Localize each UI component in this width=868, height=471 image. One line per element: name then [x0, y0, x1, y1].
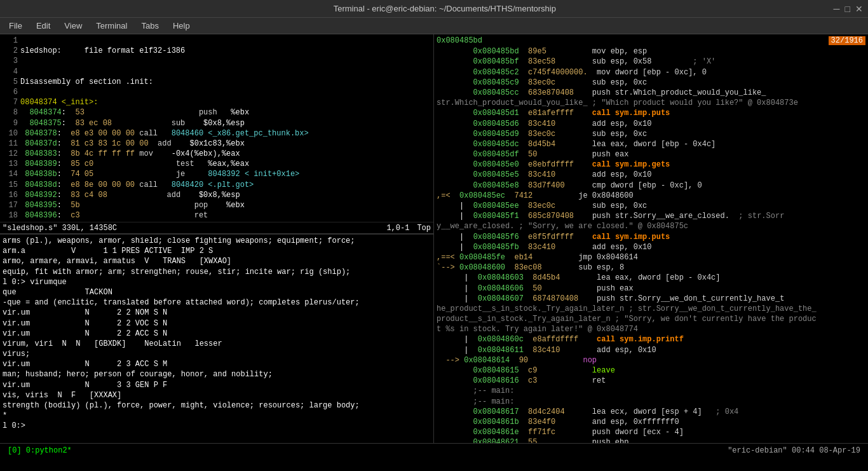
r-line-37: 0x0804861b 83e4f0 and esp, 0xfffffff0 [437, 417, 865, 427]
asm-line-12: 12 8048383: 8b 4c ff ff ff mov -0x4(%ebx… [3, 149, 431, 159]
r-line-23: | 0x08048603 8d45b4 lea eax, dword [ebp … [437, 273, 865, 283]
r-line-34: ;-- main: [437, 386, 865, 396]
asm-line-2: 2sledshop: file format elf32-i386 [3, 46, 431, 56]
bottom-pane[interactable]: arms (pl.), weapons, armor, shield; clos… [0, 233, 433, 443]
r-line-6: str.Which_product_would_you_like_ ; "Whi… [437, 98, 865, 108]
left-status-pos: 1,0-1 [386, 224, 409, 233]
r-line-19: | 0x080485f6 e8f5fdffff call sym.imp.put… [437, 232, 865, 242]
dict-line-11: virum, viri N N [GBXDK] NeoLatin lesser [3, 339, 431, 349]
minimize-button[interactable]: ─ [834, 4, 840, 14]
dict-line-3: armo, armare, armavi, armatus V TRANS [X… [3, 256, 431, 266]
r-line-9: 0x080485d9 83ec0c sub esp, 0xc [437, 129, 865, 139]
asm-line-17: 17 8048395: 5b pop %ebx [3, 200, 431, 210]
asm-line-1: 1 [3, 36, 431, 46]
left-pane: 1 2sledshop: file format elf32-i386 3 4 … [0, 34, 434, 443]
r-line-4: 0x080485c9 83ec0c sub esp, 0xc [437, 78, 865, 88]
dict-line-1: arms (pl.), weapons, armor, shield; clos… [3, 236, 431, 246]
r-line-8: 0x080485d6 83c410 add esp, 0x10 [437, 119, 865, 129]
asm-line-13: 13 8048389: 85 c0 test %eax,%eax [3, 159, 431, 169]
dict-line-7: -que = and (enclitic, translated before … [3, 297, 431, 308]
tab-session-info: "eric-debian" 00:44 08-Apr-19 [722, 445, 865, 456]
right-addr-col: 0x080485bd [437, 36, 482, 46]
r-line-33: 0x08048616 c3 ret [437, 376, 865, 386]
dict-line-13: vir.um N 2 3 ACC S M [3, 359, 431, 369]
r-line-5: 0x080485cc 683e870408 push str.Which_pro… [437, 88, 865, 98]
r-line-27: product__s_in_stock._Try_again_later_n ;… [437, 314, 865, 324]
dict-line-8: vir.um N 2 2 NOM S N [3, 308, 431, 318]
asm-line-10: 10 8048378: e8 e3 00 00 00 call 8048460 … [3, 128, 431, 139]
asm-line-15: 15 804838d: e8 8e 00 00 00 call 8048420 … [3, 180, 431, 190]
r-line-22: `--> 0x08048600 83ec08 sub esp, 8 [437, 263, 865, 273]
r-line-18: y__we_are_closed. ; "Sorry, we are close… [437, 221, 865, 231]
r-line-29: | 0x0804860c e8affdffff call sym.imp.pri… [437, 334, 865, 345]
titlebar-title: Terminal - eric@eric-debian: ~/Documents… [56, 4, 834, 13]
left-status-top: Top [417, 224, 431, 233]
close-button[interactable]: ✕ [855, 4, 863, 14]
dict-line-2: arm.a V 1 1 PRES ACTIVE IMP 2 S [3, 246, 431, 256]
right-pane: 0x080485bd 32/1916 0x080485bd 89e5 mov e… [434, 34, 868, 443]
dict-line-9: vir.um N 2 2 VOC S N [3, 318, 431, 329]
dict-line-10: vir.um N 2 2 ACC S N [3, 329, 431, 339]
r-line-32: 0x08048615 c9 leave [437, 365, 865, 376]
r-line-15: ,=< 0x080485ec 7412 je 0x8048600 [437, 191, 865, 201]
r-line-28: t %s in stock. Try again later!" @ 0x804… [437, 324, 865, 334]
asm-line-7: 708048374 <_init>: [3, 97, 431, 107]
dict-line-16: vis, viris N F [XXXAX] [3, 390, 431, 400]
titlebar: Terminal - eric@eric-debian: ~/Documents… [0, 0, 868, 18]
tabbar: [0] 0:python2* "eric-debian" 00:44 08-Ap… [0, 443, 868, 457]
line-count-box: 32/1916 [829, 36, 865, 45]
right-linebox: 32/1916 [829, 36, 865, 46]
right-asm-content[interactable]: 0x080485bd 32/1916 0x080485bd 89e5 mov e… [434, 34, 868, 443]
left-status-filename: "sledshop.s" 330L, 14358C [3, 224, 386, 233]
menu-file[interactable]: File [3, 20, 29, 32]
r-line-25: | 0x08048607 6874870408 push str.Sorry__… [437, 294, 865, 304]
r-line-12: 0x080485e0 e8ebfdffff call sym.imp.gets [437, 160, 865, 170]
menubar: File Edit View Terminal Tabs Help [0, 18, 868, 34]
r-line-17: | 0x080485f1 685c870408 push str.Sorry__… [437, 211, 865, 221]
menu-terminal[interactable]: Terminal [90, 20, 133, 32]
asm-line-18: 18 8048396: c3 ret [3, 210, 431, 221]
tab-python2[interactable]: [0] 0:python2* [3, 445, 77, 456]
dict-line-12: virus; [3, 349, 431, 359]
asm-line-6: 6 [3, 87, 431, 97]
r-line-11: 0x080485df 50 push eax [437, 149, 865, 160]
r-line-10: 0x080485dc 8d45b4 lea eax, dword [ebp - … [437, 139, 865, 149]
r-line-14: 0x080485e8 83d7f400 cmp dword [ebp - 0xc… [437, 181, 865, 191]
menu-view[interactable]: View [58, 20, 88, 32]
asm-line-9: 9 8048375: 83 ec 08 sub $0x8,%esp [3, 118, 431, 128]
r-line-3: 0x080485c2 c745f4000000. mov dword [ebp … [437, 67, 865, 78]
r-line-7: 0x080485d1 e81afeffff call sym.imp.puts [437, 108, 865, 118]
r-line-13: 0x080485e5 83c410 add esp, 0x10 [437, 170, 865, 180]
dict-line-4: equip, fit with armor; arm; strengthen; … [3, 267, 431, 277]
dict-line-15: vir.um N 3 3 GEN P F [3, 380, 431, 390]
menu-tabs[interactable]: Tabs [135, 20, 165, 32]
dict-line-14: man; husband; hero; person of courage, h… [3, 369, 431, 379]
r-line-38: 0x0804861e ff71fc push dword [ecx - 4] [437, 427, 865, 437]
asm-line-5: 5Disassembly of section .init: [3, 77, 431, 87]
dict-line-5: l 0:> virumque [3, 277, 431, 287]
r-line-2: 0x080485bf 83ec58 sub esp, 0x58 ; 'X' [437, 57, 865, 67]
dict-line-6: que TACKON [3, 287, 431, 297]
main-area: 1 2sledshop: file format elf32-i386 3 4 … [0, 34, 868, 443]
left-asm-content[interactable]: 1 2sledshop: file format elf32-i386 3 4 … [0, 34, 433, 222]
r-line-26: he_product__s_in_stock._Try_again_later_… [437, 304, 865, 314]
dict-line-18: * [3, 411, 431, 421]
r-line-24: | 0x08048606 50 push eax [437, 283, 865, 294]
asm-line-4: 4 [3, 67, 431, 77]
maximize-button[interactable]: □ [845, 4, 850, 14]
dict-line-17: strength (bodily) (pl.), force, power, m… [3, 400, 431, 411]
r-line-31: --> 0x08048614 90 nop [437, 355, 865, 365]
menu-help[interactable]: Help [166, 20, 196, 32]
asm-line-3: 3 [3, 56, 431, 66]
asm-line-16: 16 8048392: 83 c4 08 add $0x8,%esp [3, 190, 431, 200]
r-line-30: | 0x08048611 83c410 add esp, 0x10 [437, 345, 865, 355]
r-line-1: 0x080485bd 89e5 mov ebp, esp [437, 46, 865, 57]
r-line-21: ,==< 0x080485fe eb14 jmp 0x8048614 [437, 252, 865, 263]
left-status-bar: "sledshop.s" 330L, 14358C 1,0-1 Top [0, 222, 433, 233]
asm-line-8: 8 8048374: 53 push %ebx [3, 107, 431, 118]
titlebar-controls: ─ □ ✕ [834, 4, 863, 14]
right-header: 0x080485bd 32/1916 [437, 36, 865, 46]
menu-edit[interactable]: Edit [30, 20, 57, 32]
r-line-36: 0x08048617 8d4c2404 lea ecx, dword [esp … [437, 407, 865, 417]
asm-line-11: 11 804837d: 81 c3 83 1c 00 00 add $0x1c8… [3, 139, 431, 149]
